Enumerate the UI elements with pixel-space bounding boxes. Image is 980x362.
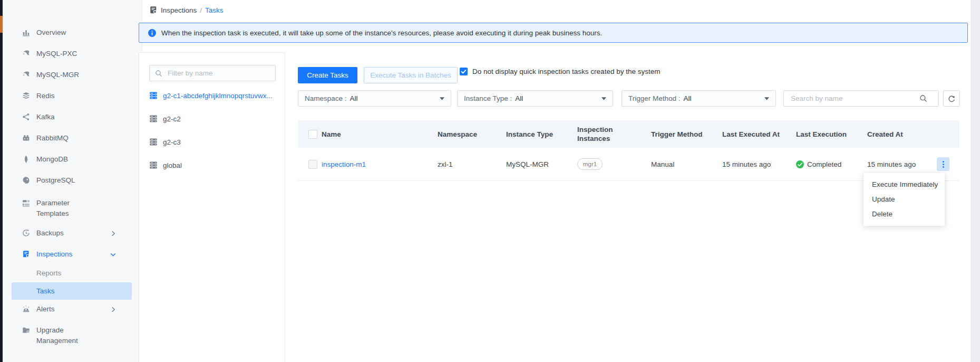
search-icon[interactable] bbox=[919, 94, 927, 102]
sidebar-item-label: Overview bbox=[36, 26, 93, 38]
sidebar-item-label: Alerts bbox=[36, 302, 93, 315]
sidebar-item-mysql-mgr[interactable]: MySQL-MGR bbox=[3, 68, 142, 82]
tasks-table: Name Namespace Instance Type Inspection … bbox=[298, 120, 959, 181]
sidebar-item-label: Kafka bbox=[36, 110, 93, 122]
server-icon bbox=[149, 91, 158, 100]
page: { "colors": { "accent": "#1677ff", "succ… bbox=[0, 0, 980, 362]
sidebar-item-upgrade-management[interactable]: Upgrade Management bbox=[3, 323, 142, 347]
instance-type-filter-value: All bbox=[515, 94, 523, 102]
server-icon bbox=[149, 161, 158, 169]
sidebar-item-postgresql[interactable]: PostgreSQL bbox=[3, 174, 142, 187]
network-nodes-icon bbox=[22, 113, 31, 121]
info-banner: When the inspection task is executed, it… bbox=[139, 23, 968, 43]
server-icon bbox=[149, 138, 158, 146]
search-by-name-box bbox=[783, 90, 939, 107]
sidebar-item-alerts[interactable]: Alerts bbox=[3, 302, 142, 316]
instance-type-filter-dropdown[interactable]: Instance Type : All bbox=[457, 90, 613, 107]
leaf-icon bbox=[22, 155, 31, 164]
server-icon bbox=[149, 115, 158, 123]
cluster-item-label: g2-c1-abcdefghijklmnopqrstuvwx... bbox=[163, 92, 273, 100]
cluster-item-global[interactable]: global bbox=[139, 157, 285, 173]
cluster-item-label: global bbox=[163, 161, 182, 169]
breadcrumb-root[interactable]: Inspections bbox=[161, 6, 197, 14]
sidebar-item-label: RabbitMQ bbox=[36, 131, 93, 144]
chevron-right-icon bbox=[110, 306, 117, 313]
dot bbox=[943, 164, 944, 165]
row-actions-menu: Execute Immediately Update Delete bbox=[863, 173, 945, 226]
column-header-instance-type: Instance Type bbox=[506, 130, 577, 139]
hide-quick-tasks-label: Do not display quick inspection tasks cr… bbox=[472, 68, 660, 76]
sidebar-item-label: Parameter Templates bbox=[36, 196, 93, 219]
breadcrumb: Inspections / Tasks bbox=[149, 6, 224, 14]
task-last-execution-status: Completed bbox=[796, 160, 867, 168]
cluster-item-g2-c3[interactable]: g2-c3 bbox=[139, 134, 285, 150]
sidebar-item-kafka[interactable]: Kafka bbox=[3, 110, 142, 124]
task-trigger-method: Manual bbox=[651, 160, 722, 168]
namespace-filter-dropdown[interactable]: Namespace : All bbox=[298, 90, 451, 107]
chevron-down-icon bbox=[110, 251, 117, 258]
sidebar-item-backups[interactable]: Backups bbox=[3, 226, 142, 240]
trigger-method-filter-dropdown[interactable]: Trigger Method : All bbox=[622, 90, 776, 107]
sidebar-item-mongodb[interactable]: MongoDB bbox=[3, 153, 142, 166]
sidebar-item-overview[interactable]: Overview bbox=[3, 26, 142, 40]
table-header-row: Name Namespace Instance Type Inspection … bbox=[298, 120, 959, 148]
breadcrumb-current: Tasks bbox=[205, 6, 224, 14]
sidebar-item-redis[interactable]: Redis bbox=[3, 89, 142, 103]
sidebar: Overview MySQL-PXC MySQL-MGR Redis Kafka… bbox=[3, 0, 142, 362]
sidebar-item-label: Redis bbox=[36, 89, 93, 101]
success-check-icon bbox=[796, 160, 804, 168]
cluster-filter-input[interactable] bbox=[167, 69, 269, 78]
column-header-inspection-instances: Inspection Instances bbox=[577, 125, 651, 143]
cluster-item-g2-c2[interactable]: g2-c2 bbox=[139, 111, 285, 127]
execute-tasks-in-batches-button[interactable]: Execute Tasks in Batches bbox=[364, 67, 458, 83]
cluster-panel: g2-c1-abcdefghijklmnopqrstuvwx... g2-c2 … bbox=[139, 52, 285, 362]
cluster-item-g2-c1[interactable]: g2-c1-abcdefghijklmnopqrstuvwx... bbox=[139, 88, 285, 103]
sidebar-item-label: Backups bbox=[36, 226, 93, 239]
search-by-name-input[interactable] bbox=[790, 94, 918, 103]
scrollbar-track[interactable] bbox=[971, 0, 980, 362]
menu-item-delete[interactable]: Delete bbox=[863, 207, 945, 222]
inspection-doc-icon bbox=[149, 6, 158, 14]
sidebar-item-reports[interactable]: Reports bbox=[3, 266, 142, 280]
menu-item-update[interactable]: Update bbox=[863, 192, 945, 207]
info-banner-text: When the inspection task is executed, it… bbox=[161, 29, 602, 37]
column-header-trigger-method: Trigger Method bbox=[651, 130, 722, 139]
column-header-last-execution: Last Execution bbox=[796, 130, 867, 139]
column-header-namespace: Namespace bbox=[438, 130, 506, 139]
cluster-filter-box bbox=[149, 65, 276, 81]
trigger-method-filter-value: All bbox=[684, 94, 692, 102]
sidebar-item-rabbitmq[interactable]: RabbitMQ bbox=[3, 131, 142, 145]
cluster-item-label: g2-c3 bbox=[163, 138, 181, 146]
elephant-icon bbox=[22, 176, 31, 185]
inspection-doc-icon bbox=[22, 250, 31, 259]
sidebar-item-inspections[interactable]: Inspections bbox=[3, 247, 142, 261]
row-checkbox[interactable] bbox=[308, 160, 317, 169]
task-last-executed-at: 15 minutes ago bbox=[722, 160, 796, 168]
column-header-created-at: Created At bbox=[867, 130, 936, 139]
layers-icon bbox=[22, 92, 31, 100]
sidebar-item-label: MongoDB bbox=[36, 153, 93, 165]
sidebar-item-label: PostgreSQL bbox=[36, 174, 93, 186]
check-icon bbox=[460, 68, 467, 75]
info-icon bbox=[148, 29, 156, 37]
refresh-button[interactable] bbox=[943, 90, 960, 107]
task-instance-type: MySQL-MGR bbox=[506, 160, 577, 168]
sidebar-item-label: Upgrade Management bbox=[36, 323, 93, 346]
search-icon bbox=[155, 70, 162, 77]
row-actions-button[interactable] bbox=[937, 157, 949, 171]
trigger-method-filter-label: Trigger Method : bbox=[628, 94, 681, 102]
rabbit-icon bbox=[22, 134, 31, 142]
sliders-icon bbox=[22, 199, 31, 207]
sidebar-item-parameter-templates[interactable]: Parameter Templates bbox=[3, 196, 142, 220]
hide-quick-tasks-checkbox[interactable] bbox=[460, 68, 468, 75]
menu-item-execute-immediately[interactable]: Execute Immediately bbox=[863, 177, 945, 192]
dolphin-icon bbox=[22, 71, 31, 79]
task-name-link[interactable]: inspection-m1 bbox=[322, 160, 438, 168]
select-all-checkbox[interactable] bbox=[308, 130, 317, 139]
dolphin-icon bbox=[22, 50, 31, 58]
namespace-filter-label: Namespace : bbox=[305, 94, 347, 102]
sidebar-item-mysql-pxc[interactable]: MySQL-PXC bbox=[3, 47, 142, 61]
sidebar-item-tasks[interactable]: Tasks bbox=[12, 282, 132, 300]
inspection-instance-tag: mgr1 bbox=[577, 158, 603, 170]
create-tasks-button[interactable]: Create Tasks bbox=[298, 67, 357, 83]
